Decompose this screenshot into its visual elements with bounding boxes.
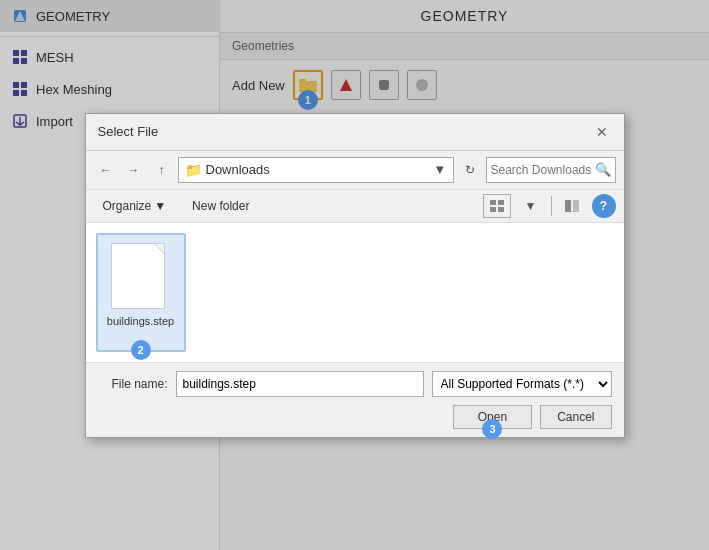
address-path: 📁 Downloads ▼ <box>178 157 454 183</box>
svg-rect-21 <box>573 200 579 212</box>
path-folder-icon: 📁 <box>185 162 202 178</box>
details-pane-button[interactable] <box>560 194 584 218</box>
file-area: buildings.step 2 <box>86 223 624 363</box>
file-name-label: buildings.step <box>107 315 174 327</box>
action-row: Open 3 Cancel <box>98 405 612 429</box>
bottom-bar: File name: All Supported Formats (*.*) O… <box>86 363 624 437</box>
toolbar-divider <box>551 196 552 216</box>
address-bar: ← → ↑ 📁 Downloads ▼ ↻ 🔍 <box>86 151 624 190</box>
filename-input[interactable] <box>176 371 424 397</box>
new-folder-label: New folder <box>192 199 249 213</box>
open-btn-wrap: Open 3 <box>453 405 532 429</box>
filename-row: File name: All Supported Formats (*.*) <box>98 371 612 397</box>
dialog-titlebar: Select File ✕ <box>86 114 624 151</box>
organize-chevron: ▼ <box>154 199 166 213</box>
file-corner-inner <box>155 244 164 253</box>
format-select[interactable]: All Supported Formats (*.*) <box>432 371 612 397</box>
file-icon <box>111 241 171 311</box>
svg-rect-17 <box>498 200 504 205</box>
badge-2: 2 <box>131 340 151 360</box>
dialog-close-button[interactable]: ✕ <box>592 122 612 142</box>
cancel-button[interactable]: Cancel <box>540 405 611 429</box>
svg-rect-19 <box>498 207 504 212</box>
new-folder-button[interactable]: New folder <box>183 195 258 217</box>
help-button[interactable]: ? <box>592 194 616 218</box>
filename-label: File name: <box>98 377 168 391</box>
up-button[interactable]: ↑ <box>150 158 174 182</box>
svg-rect-16 <box>490 200 496 205</box>
view-toggle-button[interactable] <box>483 194 511 218</box>
forward-button[interactable]: → <box>122 158 146 182</box>
badge-3: 3 <box>482 419 502 439</box>
dialog-overlay: Select File ✕ ← → ↑ 📁 Downloads ▼ ↻ 🔍 Or… <box>0 0 709 550</box>
file-page <box>111 243 165 309</box>
toolbar-row: Organize ▼ New folder ▼ <box>86 190 624 223</box>
path-dropdown-button[interactable]: ▼ <box>433 162 446 177</box>
refresh-button[interactable]: ↻ <box>458 158 482 182</box>
search-icon: 🔍 <box>595 162 611 177</box>
file-item-buildings-step[interactable]: buildings.step 2 <box>96 233 186 352</box>
search-input[interactable] <box>491 163 591 177</box>
svg-rect-20 <box>565 200 571 212</box>
select-file-dialog: Select File ✕ ← → ↑ 📁 Downloads ▼ ↻ 🔍 Or… <box>85 113 625 438</box>
back-button[interactable]: ← <box>94 158 118 182</box>
organize-button[interactable]: Organize ▼ <box>94 195 176 217</box>
svg-rect-18 <box>490 207 496 212</box>
view-dropdown-button[interactable]: ▼ <box>519 194 543 218</box>
search-box: 🔍 <box>486 157 616 183</box>
path-text: Downloads <box>206 162 430 177</box>
dialog-title: Select File <box>98 124 159 139</box>
organize-label: Organize <box>103 199 152 213</box>
